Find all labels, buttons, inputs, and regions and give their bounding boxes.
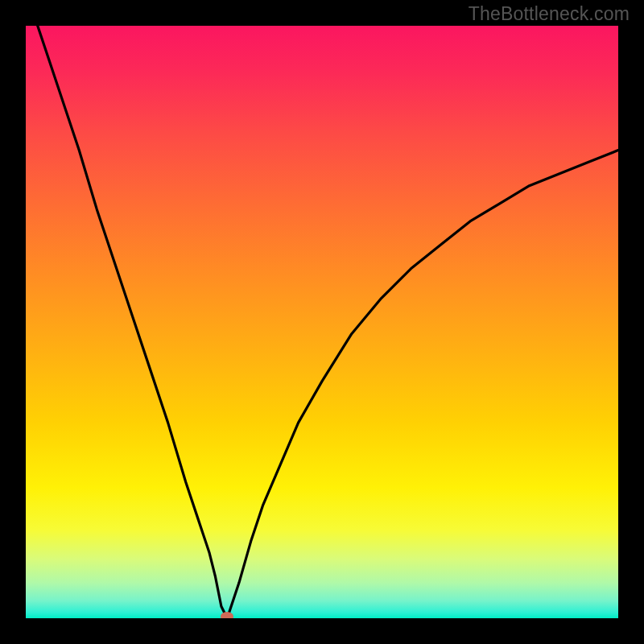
curve-layer [26, 26, 618, 618]
chart-frame: TheBottleneck.com [0, 0, 644, 644]
bottleneck-curve [26, 26, 618, 618]
minimum-marker [221, 612, 233, 618]
plot-area [26, 26, 618, 618]
watermark-text: TheBottleneck.com [469, 3, 630, 25]
